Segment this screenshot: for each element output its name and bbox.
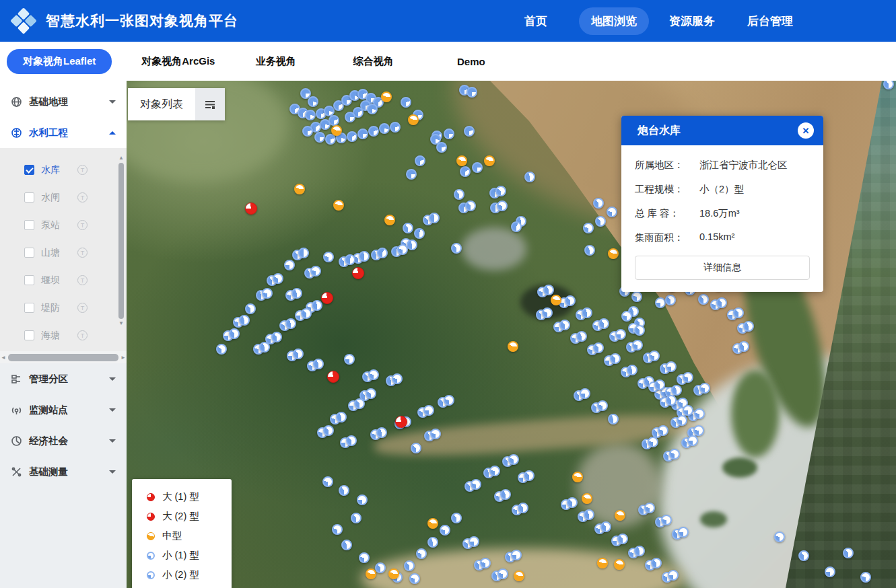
reservoir-marker-medium[interactable]	[551, 295, 561, 305]
reservoir-marker-medium[interactable]	[597, 558, 608, 568]
reservoir-marker-large[interactable]	[327, 371, 339, 383]
reservoir-marker-medium[interactable]	[333, 200, 344, 211]
nav-item-resource-service[interactable]: 资源服务	[653, 13, 731, 29]
reservoir-marker-small[interactable]	[344, 354, 355, 365]
reservoir-marker-small[interactable]	[511, 221, 522, 232]
reservoir-marker-small[interactable]	[414, 228, 425, 239]
close-icon[interactable]	[798, 122, 814, 139]
reservoir-marker-small[interactable]	[774, 531, 785, 542]
reservoir-marker-small[interactable]	[593, 198, 604, 209]
reservoir-marker-small[interactable]	[366, 388, 376, 399]
reservoir-marker-medium[interactable]	[615, 510, 625, 521]
reservoir-marker-small[interactable]	[440, 525, 450, 536]
reservoir-marker-small[interactable]	[518, 503, 528, 513]
sidebar-group-admin-zones[interactable]: 管理分区	[0, 363, 127, 394]
reservoir-marker-small[interactable]	[480, 558, 491, 568]
table-info-icon[interactable]	[77, 275, 88, 285]
reservoir-marker-small[interactable]	[359, 552, 370, 563]
reservoir-marker-small[interactable]	[359, 251, 370, 262]
reservoir-marker-small[interactable]	[471, 479, 481, 490]
scroll-up-icon[interactable]: ▲	[117, 155, 125, 161]
reservoir-marker-small[interactable]	[576, 331, 587, 342]
reservoir-marker-small[interactable]	[339, 485, 349, 496]
reservoir-marker-small[interactable]	[347, 131, 357, 142]
tab-object-view-arcgis[interactable]: 对象视角ArcGis	[129, 55, 227, 68]
reservoir-marker-small[interactable]	[368, 126, 379, 137]
reservoir-marker-small[interactable]	[403, 223, 413, 233]
reservoir-marker-small[interactable]	[367, 104, 378, 114]
reservoir-marker-small[interactable]	[825, 566, 835, 577]
reservoir-marker-small[interactable]	[610, 353, 621, 364]
reservoir-marker-small[interactable]	[427, 537, 438, 548]
reservoir-marker-medium[interactable]	[514, 571, 524, 581]
reservoir-marker-small[interactable]	[401, 97, 411, 108]
reservoir-marker-medium[interactable]	[366, 568, 376, 579]
reservoir-marker-small[interactable]	[271, 332, 282, 342]
scroll-left-icon[interactable]: ◄	[0, 355, 7, 361]
reservoir-marker-small[interactable]	[310, 266, 321, 277]
scrollbar-thumb[interactable]	[8, 354, 118, 361]
reservoir-marker-small[interactable]	[615, 329, 626, 340]
reservoir-marker-medium[interactable]	[582, 493, 592, 504]
reservoir-marker-small[interactable]	[308, 96, 318, 107]
reservoir-marker-small[interactable]	[644, 503, 655, 513]
reservoir-marker-small[interactable]	[415, 155, 425, 166]
reservoir-marker-small[interactable]	[293, 348, 304, 359]
reservoir-marker-small[interactable]	[883, 81, 894, 89]
table-info-icon[interactable]	[77, 330, 88, 340]
reservoir-marker-small[interactable]	[597, 400, 608, 411]
nav-item-map-browse[interactable]: 地图浏览	[579, 7, 649, 35]
reservoir-marker-small[interactable]	[677, 415, 687, 426]
reservoir-marker-small[interactable]	[694, 408, 705, 419]
reservoir-marker-small[interactable]	[298, 248, 309, 258]
reservoir-marker-small[interactable]	[860, 572, 871, 583]
reservoir-marker-small[interactable]	[229, 328, 240, 339]
layer-item-mountain-pond[interactable]: 山塘	[0, 239, 127, 266]
reservoir-marker-small[interactable]	[245, 303, 256, 314]
reservoir-marker-small[interactable]	[668, 570, 679, 581]
checkbox-pump-station[interactable]	[24, 220, 34, 230]
reservoir-marker-small[interactable]	[621, 311, 632, 322]
reservoir-marker-small[interactable]	[320, 119, 331, 130]
reservoir-marker-small[interactable]	[322, 476, 333, 487]
reservoir-marker-medium[interactable]	[388, 568, 399, 579]
table-info-icon[interactable]	[77, 165, 88, 175]
reservoir-marker-small[interactable]	[698, 294, 709, 305]
reservoir-marker-small[interactable]	[658, 425, 668, 436]
reservoir-marker-medium[interactable]	[427, 518, 438, 529]
reservoir-marker-small[interactable]	[429, 213, 440, 223]
reservoir-marker-small[interactable]	[683, 372, 693, 383]
scroll-down-icon[interactable]: ▼	[117, 320, 125, 327]
reservoir-marker-small[interactable]	[559, 320, 570, 330]
nav-item-admin[interactable]: 后台管理	[731, 13, 809, 29]
reservoir-marker-small[interactable]	[411, 443, 421, 453]
reservoir-marker-large[interactable]	[395, 416, 407, 428]
table-info-icon[interactable]	[77, 303, 88, 313]
checkbox-weir[interactable]	[24, 275, 34, 285]
reservoir-marker-small[interactable]	[357, 494, 368, 505]
reservoir-marker-small[interactable]	[216, 344, 227, 355]
scroll-right-icon[interactable]: ►	[120, 355, 127, 361]
reservoir-marker-small[interactable]	[669, 449, 680, 460]
checkbox-dike[interactable]	[24, 303, 34, 313]
reservoir-marker-medium[interactable]	[331, 125, 342, 136]
reservoir-marker-small[interactable]	[631, 291, 642, 302]
reservoir-marker-small[interactable]	[627, 365, 637, 375]
reservoir-marker-small[interactable]	[584, 245, 595, 256]
reservoir-marker-small[interactable]	[598, 318, 609, 329]
reservoir-marker-small[interactable]	[634, 546, 645, 556]
reservoir-marker-small[interactable]	[654, 379, 665, 390]
reservoir-marker-small[interactable]	[543, 285, 554, 295]
reservoir-marker-small[interactable]	[617, 534, 628, 544]
reservoir-marker-medium[interactable]	[508, 341, 518, 352]
tab-demo[interactable]: Demo	[422, 56, 520, 67]
sidebar-group-monitoring-stations[interactable]: 监测站点	[0, 394, 127, 425]
table-info-icon[interactable]	[77, 248, 88, 258]
sidebar-group-water-projects[interactable]: 水利工程	[0, 117, 127, 148]
reservoir-marker-small[interactable]	[608, 414, 619, 425]
reservoir-marker-small[interactable]	[567, 497, 578, 508]
reservoir-marker-small[interactable]	[583, 223, 594, 233]
reservoir-marker-small[interactable]	[651, 558, 662, 568]
checkbox-mountain-pond[interactable]	[24, 248, 34, 258]
reservoir-marker-small[interactable]	[524, 172, 535, 182]
